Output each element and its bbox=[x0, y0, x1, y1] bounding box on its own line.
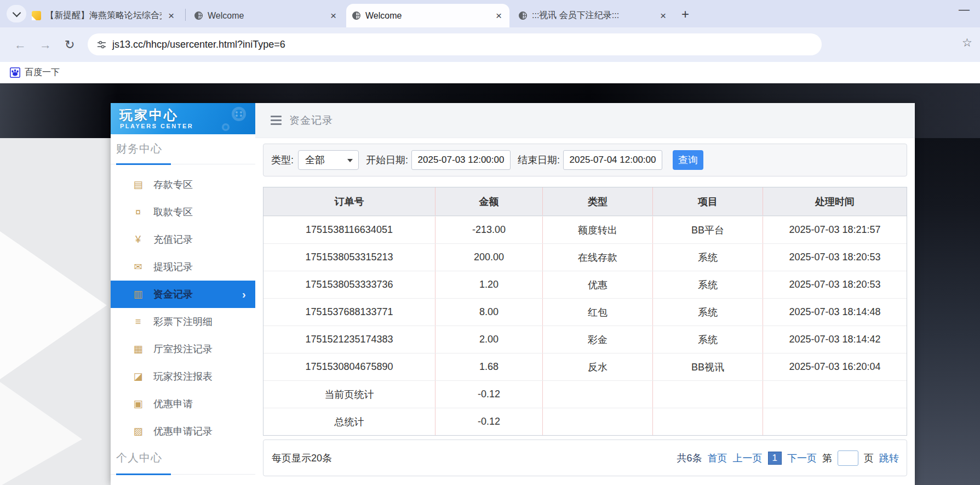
table-cell: 200.00 bbox=[435, 244, 543, 271]
page-background-right bbox=[915, 83, 980, 485]
table-row: 1751538116634051-213.00额度转出BB平台2025-07-0… bbox=[263, 216, 907, 243]
funds-table: 订单号金额类型项目处理时间1751538116634051-213.00额度转出… bbox=[263, 187, 907, 436]
new-tab-button[interactable]: + bbox=[681, 7, 689, 22]
withdrawal-record-icon: ✉ bbox=[131, 261, 145, 273]
menu-toggle-icon[interactable] bbox=[271, 116, 282, 127]
tab-close-icon[interactable]: × bbox=[658, 10, 668, 21]
sidebar-item[interactable]: ▤存款专区 bbox=[111, 171, 255, 198]
recharge-moneybag-icon: ¥ bbox=[131, 234, 145, 246]
sidebar-item-label: 厅室投注记录 bbox=[153, 343, 213, 356]
sidebar-item-label: 优惠申请 bbox=[153, 397, 193, 410]
table-cell: 在线存款 bbox=[543, 244, 653, 271]
section-rule bbox=[111, 164, 255, 164]
prev-page-link[interactable]: 上一页 bbox=[733, 452, 763, 465]
search-button[interactable]: 查询 bbox=[673, 150, 703, 170]
table-cell: 8.00 bbox=[435, 299, 543, 326]
bookmark-baidu[interactable]: 百度一下 bbox=[10, 67, 60, 78]
table-row: 17515376881337718.00红包系统2025-07-03 18:14… bbox=[263, 298, 907, 326]
url-text: js13.cc/hhcp/usercenter.html?iniType=6 bbox=[112, 39, 285, 50]
sidebar-item[interactable]: ≡彩票下注明细 bbox=[111, 308, 255, 335]
promo-apply-record-icon: ▨ bbox=[131, 425, 145, 437]
site-info-icon[interactable] bbox=[96, 39, 107, 50]
table-cell: 2025-07-03 18:20:53 bbox=[763, 271, 907, 298]
sidebar-title: 玩家中心 bbox=[119, 106, 179, 124]
table-cell: 1751530804675890 bbox=[263, 353, 435, 380]
pagination-bar: 每页显示20条 共6条 首页 上一页 1 下一页 第 页 跳转 bbox=[263, 440, 907, 476]
funds-record-icon: ▥ bbox=[131, 288, 145, 300]
table-cell: 1.68 bbox=[435, 353, 543, 380]
deposit-card-icon: ▤ bbox=[131, 179, 145, 191]
tab-title: 【新提醒】海燕策略论坛综合交 bbox=[45, 10, 162, 21]
browser-tab-welcome-active[interactable]: Welcome × bbox=[346, 4, 509, 27]
jump-page-input[interactable] bbox=[838, 450, 858, 466]
table-cell bbox=[653, 381, 763, 408]
sidebar-item[interactable]: ✉提现记录 bbox=[111, 253, 255, 281]
header-cell: 订单号 bbox=[263, 187, 435, 215]
select-arrow-icon bbox=[347, 159, 353, 162]
table-row: 17515212351743832.00彩金系统2025-07-03 18:14… bbox=[263, 326, 907, 353]
forward-icon[interactable]: → bbox=[39, 38, 51, 52]
globe-favicon-icon bbox=[194, 11, 203, 20]
browser-tab-video-records[interactable]: :::视讯 会员下注纪录::: × bbox=[513, 4, 674, 27]
sidebar-item[interactable]: ◪玩家投注报表 bbox=[111, 363, 255, 390]
start-date-input[interactable] bbox=[411, 150, 511, 170]
section-rule-accent bbox=[116, 473, 171, 475]
sidebar-item[interactable]: ¥充值记录 bbox=[111, 226, 255, 253]
table-cell: 反水 bbox=[543, 353, 653, 380]
user-center-panel: 玩家中心 PLAYERS CENTER 财务中心 ▤存款专区¤取款专区¥充值记录… bbox=[111, 103, 915, 485]
end-date-input[interactable] bbox=[563, 150, 662, 170]
section-rule bbox=[111, 474, 255, 475]
browser-tab-welcome-1[interactable]: Welcome × bbox=[188, 4, 344, 27]
address-bar[interactable]: js13.cc/hhcp/usercenter.html?iniType=6 bbox=[88, 33, 822, 55]
table-cell bbox=[763, 381, 907, 408]
table-cell: 总统计 bbox=[263, 408, 435, 435]
type-select-value: 全部 bbox=[305, 153, 325, 167]
tab-close-icon[interactable]: × bbox=[494, 10, 504, 21]
tab-title: Welcome bbox=[208, 11, 324, 21]
table-row: 17515380533337361.20优惠系统2025-07-03 18:20… bbox=[263, 271, 907, 298]
tab-close-icon[interactable]: × bbox=[328, 10, 339, 21]
tab-search-button[interactable] bbox=[7, 5, 26, 22]
table-row: 1751538053315213200.00在线存款系统2025-07-03 1… bbox=[263, 243, 907, 271]
header-cell: 类型 bbox=[543, 187, 653, 215]
tab-divider bbox=[185, 9, 186, 21]
next-page-link[interactable]: 下一页 bbox=[787, 452, 817, 465]
type-label: 类型: bbox=[271, 153, 294, 167]
sidebar-item[interactable]: ¤取款专区 bbox=[111, 198, 255, 226]
table-cell bbox=[653, 408, 763, 435]
sidebar-item[interactable]: ▦厅室投注记录 bbox=[111, 335, 255, 363]
header-cell: 项目 bbox=[653, 187, 763, 215]
table-row: 总统计-0.12 bbox=[263, 408, 907, 435]
reload-icon[interactable]: ↻ bbox=[65, 38, 74, 52]
table-cell: BB平台 bbox=[653, 216, 763, 243]
tab-title: Welcome bbox=[365, 11, 489, 21]
table-cell: 1751538053315213 bbox=[263, 244, 435, 271]
decor-triangle bbox=[0, 231, 107, 379]
table-cell: 1751538053333736 bbox=[263, 271, 435, 298]
back-icon[interactable]: ← bbox=[14, 38, 26, 52]
sidebar-item[interactable]: ▣优惠申请 bbox=[111, 390, 255, 418]
window-minimize-button[interactable]: — bbox=[959, 3, 970, 16]
browser-tab-forum[interactable]: 【新提醒】海燕策略论坛综合交 × bbox=[26, 4, 182, 27]
type-select[interactable]: 全部 bbox=[298, 150, 359, 170]
jump-prefix-label: 第 bbox=[822, 452, 832, 465]
table-cell: BB视讯 bbox=[653, 353, 763, 380]
bookmarks-bar: 百度一下 bbox=[0, 62, 980, 83]
sidebar-item[interactable]: ▥资金记录› bbox=[111, 281, 255, 308]
table-header-row: 订单号金额类型项目处理时间 bbox=[263, 187, 907, 216]
table-cell: 1751537688133771 bbox=[263, 299, 435, 326]
table-cell bbox=[543, 408, 653, 435]
tab-close-icon[interactable]: × bbox=[166, 10, 176, 21]
bookmark-star-icon[interactable]: ☆ bbox=[962, 36, 972, 49]
section-label-personal: 个人中心 bbox=[116, 450, 162, 465]
sidebar-item-label: 提现记录 bbox=[153, 260, 193, 273]
forum-favicon-icon bbox=[32, 11, 41, 20]
filter-bar: 类型: 全部 开始日期: 结束日期: 查询 bbox=[263, 144, 907, 176]
table-cell bbox=[763, 408, 907, 435]
sidebar-item[interactable]: ▨优惠申请记录 bbox=[111, 418, 255, 445]
jump-link[interactable]: 跳转 bbox=[879, 452, 899, 465]
globe-favicon-icon bbox=[518, 11, 528, 20]
sidebar: 玩家中心 PLAYERS CENTER 财务中心 ▤存款专区¤取款专区¥充值记录… bbox=[111, 103, 255, 485]
first-page-link[interactable]: 首页 bbox=[708, 452, 727, 465]
decor-triangle bbox=[0, 382, 82, 485]
